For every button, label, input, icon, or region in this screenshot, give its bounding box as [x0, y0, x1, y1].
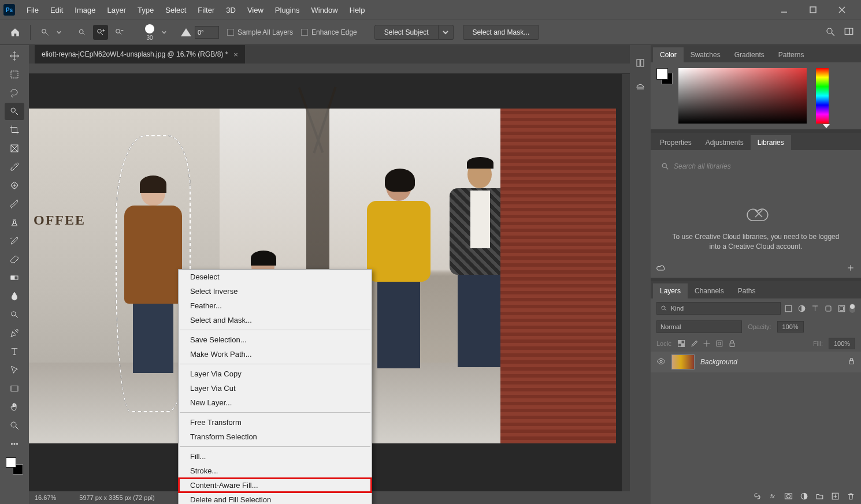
window-close-button[interactable] — [832, 3, 852, 17]
lock-artboard-icon[interactable] — [715, 339, 723, 348]
opacity-field[interactable]: 100% — [777, 321, 804, 333]
ctx-deselect[interactable]: Deselect — [179, 270, 372, 284]
ctx-layer-via-copy[interactable]: Layer Via Copy — [179, 367, 372, 381]
eraser-tool[interactable] — [5, 251, 24, 268]
blend-mode-select[interactable]: Normal — [656, 320, 742, 333]
rectangle-tool[interactable] — [5, 380, 24, 397]
brush-picker-chevron-icon[interactable] — [161, 30, 167, 35]
lock-pixels-icon[interactable] — [690, 339, 698, 348]
brush-tool[interactable] — [5, 195, 24, 212]
layer-filter-toggle[interactable] — [849, 304, 855, 313]
canvas-scrollbar-vertical[interactable] — [622, 74, 630, 491]
filter-shape-icon[interactable] — [824, 304, 833, 313]
search-icon[interactable] — [825, 27, 836, 39]
zoom-level[interactable]: 16.67% — [35, 494, 56, 501]
brush-size-preview[interactable]: 30 — [142, 24, 158, 41]
ctx-delete-and-fill-selection[interactable]: Delete and Fill Selection — [179, 492, 372, 504]
tab-swatches[interactable]: Swatches — [684, 47, 728, 62]
filter-type-icon[interactable] — [811, 304, 819, 313]
group-layers-icon[interactable] — [815, 492, 824, 501]
properties-panel-menu-icon[interactable] — [852, 135, 861, 150]
menu-edit[interactable]: Edit — [44, 2, 69, 18]
menu-image[interactable]: Image — [69, 2, 101, 18]
tool-preset-chevron-icon[interactable] — [56, 30, 62, 35]
blur-tool[interactable] — [5, 288, 24, 305]
crop-tool[interactable] — [5, 121, 24, 139]
brush-angle-control[interactable]: 0° — [181, 26, 219, 39]
document-canvas[interactable]: OFFEE DeselectSelect InverseFeather...Se… — [29, 64, 630, 504]
lock-position-icon[interactable] — [703, 339, 711, 348]
ctx-transform-selection[interactable]: Transform Selection — [179, 430, 372, 444]
add-to-selection-icon[interactable] — [93, 25, 108, 40]
document-tab[interactable]: eliott-reyna-jCEpN62oWL4-unsplash.jpg @ … — [35, 45, 245, 64]
layer-visibility-icon[interactable] — [656, 357, 666, 368]
path-selection-tool[interactable] — [5, 361, 24, 379]
new-layer-icon[interactable] — [831, 492, 840, 501]
tab-color[interactable]: Color — [653, 47, 684, 62]
zoom-tool[interactable] — [5, 417, 24, 434]
menu-select[interactable]: Select — [159, 2, 192, 18]
menu-layer[interactable]: Layer — [102, 2, 132, 18]
home-button[interactable] — [7, 24, 23, 40]
subtract-from-selection-icon[interactable] — [112, 25, 127, 40]
gradient-tool[interactable] — [5, 269, 24, 286]
add-library-icon[interactable] — [846, 263, 855, 274]
workspace-switcher-icon[interactable] — [844, 27, 854, 39]
layer-row-background[interactable]: Background — [651, 352, 861, 372]
tab-libraries[interactable]: Libraries — [751, 135, 791, 150]
layers-panel-menu-icon[interactable] — [852, 283, 861, 298]
ctx-select-inverse[interactable]: Select Inverse — [179, 284, 372, 298]
select-and-mask-button[interactable]: Select and Mask... — [463, 25, 540, 40]
color-panel-menu-icon[interactable] — [852, 47, 861, 62]
frame-tool[interactable] — [5, 140, 24, 157]
type-tool[interactable] — [5, 343, 24, 360]
history-brush-tool[interactable] — [5, 232, 24, 249]
tab-patterns[interactable]: Patterns — [771, 47, 811, 62]
close-tab-icon[interactable]: × — [233, 50, 238, 59]
sample-all-layers-checkbox[interactable]: Sample All Layers — [227, 28, 293, 36]
layer-style-icon[interactable]: fx — [769, 492, 777, 501]
menu-3d[interactable]: 3D — [220, 2, 242, 18]
fill-field[interactable]: 100% — [829, 338, 855, 349]
filter-adjustment-icon[interactable] — [797, 304, 806, 313]
adjustment-layer-icon[interactable] — [800, 492, 808, 501]
tab-properties[interactable]: Properties — [653, 135, 699, 150]
enhance-edge-checkbox[interactable]: Enhance Edge — [301, 28, 357, 36]
hue-slider[interactable] — [816, 68, 829, 124]
menu-type[interactable]: Type — [132, 2, 159, 18]
layer-mask-icon[interactable] — [784, 492, 793, 501]
new-selection-icon[interactable] — [75, 25, 90, 40]
menu-window[interactable]: Window — [305, 2, 343, 18]
move-tool[interactable] — [5, 47, 24, 65]
tab-paths[interactable]: Paths — [731, 283, 763, 298]
quick-select-tool-icon[interactable] — [38, 25, 53, 40]
quick-selection-tool[interactable] — [5, 103, 24, 120]
libraries-search-input[interactable]: Search all libraries — [659, 158, 853, 174]
tab-channels[interactable]: Channels — [688, 283, 731, 298]
healing-brush-tool[interactable] — [5, 177, 24, 194]
menu-file[interactable]: File — [21, 2, 44, 18]
eyedropper-tool[interactable] — [5, 158, 24, 176]
panel-icon-2[interactable] — [635, 80, 645, 92]
menu-plugins[interactable]: Plugins — [269, 2, 306, 18]
lock-all-icon[interactable] — [728, 339, 736, 348]
filter-smart-icon[interactable] — [837, 304, 846, 313]
hand-tool[interactable] — [5, 398, 24, 416]
ctx-fill[interactable]: Fill... — [179, 449, 372, 464]
clone-stamp-tool[interactable] — [5, 214, 24, 231]
cloud-sync-icon[interactable] — [656, 263, 666, 274]
panel-icon-1[interactable] — [635, 58, 645, 70]
link-layers-icon[interactable] — [753, 492, 762, 501]
tab-gradients[interactable]: Gradients — [728, 47, 771, 62]
window-maximize-button[interactable] — [803, 3, 823, 17]
select-subject-button[interactable]: Select Subject — [374, 25, 439, 40]
pen-tool[interactable] — [5, 324, 24, 342]
tab-adjustments[interactable]: Adjustments — [699, 135, 751, 150]
filter-pixel-icon[interactable] — [784, 304, 793, 313]
tab-layers[interactable]: Layers — [653, 283, 688, 298]
lock-transparency-icon[interactable] — [677, 339, 685, 348]
ctx-stroke[interactable]: Stroke... — [179, 464, 372, 478]
ctx-select-and-mask[interactable]: Select and Mask... — [179, 313, 372, 327]
ctx-new-layer[interactable]: New Layer... — [179, 395, 372, 410]
dodge-tool[interactable] — [5, 306, 24, 323]
